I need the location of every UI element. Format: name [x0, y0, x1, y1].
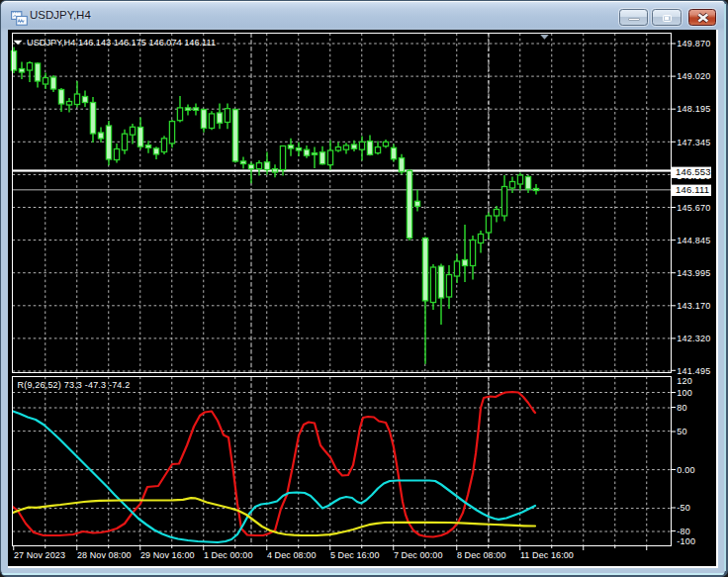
svg-text:USDJPY,H4 146.143 146.175 146.: USDJPY,H4 146.143 146.175 146.074 146.11…	[27, 38, 216, 48]
svg-text:144.845: 144.845	[677, 236, 710, 245]
svg-text:145.670: 145.670	[677, 203, 710, 213]
svg-text:8 Dec 08:00: 8 Dec 08:00	[457, 550, 506, 560]
svg-text:120: 120	[677, 376, 692, 386]
svg-text:141.495: 141.495	[677, 366, 710, 376]
svg-text:146.553: 146.553	[676, 166, 711, 177]
svg-text:-100: -100	[677, 536, 695, 546]
svg-text:100: 100	[677, 388, 692, 398]
svg-text:7 Dec 00:00: 7 Dec 00:00	[394, 550, 443, 560]
svg-text:142.320: 142.320	[677, 334, 710, 343]
svg-text:50: 50	[677, 427, 687, 436]
svg-text:11 Dec 16:00: 11 Dec 16:00	[520, 550, 574, 560]
svg-text:148.195: 148.195	[677, 104, 710, 114]
svg-text:1 Dec 00:00: 1 Dec 00:00	[204, 550, 253, 560]
svg-text:28 Nov 08:00: 28 Nov 08:00	[77, 550, 132, 560]
svg-text:4 Dec 08:00: 4 Dec 08:00	[267, 550, 317, 560]
svg-text:27 Nov 2023: 27 Nov 2023	[14, 550, 65, 560]
svg-text:146.111: 146.111	[676, 184, 709, 195]
svg-text:R(9,26,52) 73.3 -47.3 -74.2: R(9,26,52) 73.3 -47.3 -74.2	[18, 380, 131, 390]
svg-text:5 Dec 16:00: 5 Dec 16:00	[330, 550, 380, 560]
svg-text:80: 80	[677, 403, 687, 413]
svg-text:0.00: 0.00	[677, 465, 695, 475]
svg-text:143.170: 143.170	[677, 301, 710, 311]
svg-text:-80: -80	[677, 527, 690, 536]
svg-text:149.870: 149.870	[677, 39, 710, 48]
svg-text:29 Nov 16:00: 29 Nov 16:00	[140, 550, 195, 560]
svg-text:143.995: 143.995	[677, 268, 710, 278]
svg-text:-50: -50	[677, 503, 690, 513]
svg-text:147.345: 147.345	[677, 138, 710, 147]
svg-text:149.020: 149.020	[677, 71, 710, 81]
